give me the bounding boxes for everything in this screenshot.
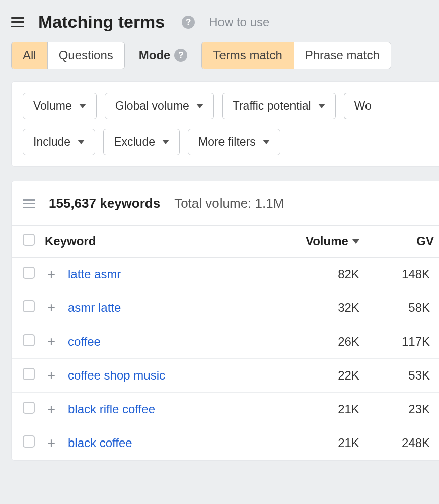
how-to-use-link[interactable]: How to use [209,15,269,29]
keyword-link[interactable]: black coffee [68,436,132,450]
total-volume: Total volume: 1.1M [174,196,284,211]
cell-gv: 117K [364,325,439,359]
col-volume-label: Volume [306,234,348,248]
row-checkbox[interactable] [23,300,35,312]
filter-traffic-potential[interactable]: Traffic potential [222,93,336,119]
add-icon[interactable]: + [47,401,55,417]
add-icon[interactable]: + [47,367,55,383]
cell-gv: 148K [364,258,439,291]
table-row: +asmr latte32K58K [12,291,439,325]
keyword-link[interactable]: coffee [68,335,101,348]
mode-label-text: Mode [139,48,171,62]
chevron-down-icon [162,140,169,144]
keyword-link[interactable]: latte asmr [68,267,121,281]
row-checkbox[interactable] [23,435,35,448]
table-row: +black coffee21K248K [12,426,439,460]
filter-include[interactable]: Include [23,129,95,155]
cell-volume: 21K [252,393,364,426]
keyword-link[interactable]: coffee shop music [68,368,165,382]
table-row: +coffee shop music22K53K [12,359,439,393]
filter-global-volume-label: Global volume [115,99,189,113]
filter-truncated-label: Wo [354,99,372,113]
tab-phrase-match[interactable]: Phrase match [294,42,391,69]
col-volume[interactable]: Volume [252,226,364,258]
mode-label: Mode ? [139,48,188,62]
filter-traffic-potential-label: Traffic potential [233,99,311,113]
table-row: +latte asmr82K148K [12,258,439,291]
add-icon[interactable]: + [47,266,55,282]
page-title: Matching terms [38,12,165,32]
cell-volume: 22K [252,359,364,393]
sort-desc-icon [352,239,359,244]
chevron-down-icon [78,140,85,144]
add-icon[interactable]: + [47,435,55,451]
chevron-down-icon [318,104,325,108]
chevron-down-icon [196,104,203,108]
add-icon[interactable]: + [47,300,55,316]
cell-volume: 32K [252,291,364,325]
cell-gv: 53K [364,359,439,393]
row-checkbox[interactable] [23,402,35,414]
col-keyword[interactable]: Keyword [40,226,252,258]
cell-gv: 58K [364,291,439,325]
mode-help-icon[interactable]: ? [174,49,187,62]
results-panel: 155,637 keywords Total volume: 1.1M Keyw… [11,181,439,461]
tab-questions[interactable]: Questions [48,42,124,69]
table-row: +black rifle coffee21K23K [12,393,439,426]
cell-volume: 82K [252,258,364,291]
list-icon[interactable] [23,199,35,208]
filter-more-label: More filters [198,135,256,149]
tab-terms-match[interactable]: Terms match [202,42,294,69]
help-icon[interactable]: ? [182,16,195,29]
keyword-link[interactable]: black rifle coffee [68,402,155,416]
filter-volume-label: Volume [33,99,72,113]
add-icon[interactable]: + [47,334,55,349]
row-checkbox[interactable] [23,267,35,279]
cell-volume: 26K [252,325,364,359]
cell-gv: 23K [364,393,439,426]
filter-volume[interactable]: Volume [23,93,97,119]
tab-all[interactable]: All [12,42,48,69]
filter-exclude-label: Exclude [114,135,155,149]
cell-gv: 248K [364,426,439,460]
scope-toggle: All Questions [11,42,125,69]
chevron-down-icon [79,104,86,108]
filter-include-label: Include [33,135,70,149]
mode-toggle: Terms match Phrase match [201,42,391,69]
filter-global-volume[interactable]: Global volume [105,93,214,119]
keywords-table: Keyword Volume GV +latte asmr82K148K+asm… [12,225,439,460]
filter-more[interactable]: More filters [188,129,280,155]
cell-volume: 21K [252,426,364,460]
keyword-count: 155,637 keywords [49,196,160,211]
select-all-checkbox[interactable] [23,234,35,246]
chevron-down-icon [263,140,270,144]
filter-exclude[interactable]: Exclude [103,129,180,155]
filters-panel: Volume Global volume Traffic potential W… [11,81,439,167]
table-row: +coffee26K117K [12,325,439,359]
menu-icon[interactable] [11,17,24,27]
filter-truncated[interactable]: Wo [344,93,375,119]
keyword-link[interactable]: asmr latte [68,301,121,314]
row-checkbox[interactable] [23,368,35,380]
row-checkbox[interactable] [23,334,35,346]
col-gv[interactable]: GV [364,226,439,258]
